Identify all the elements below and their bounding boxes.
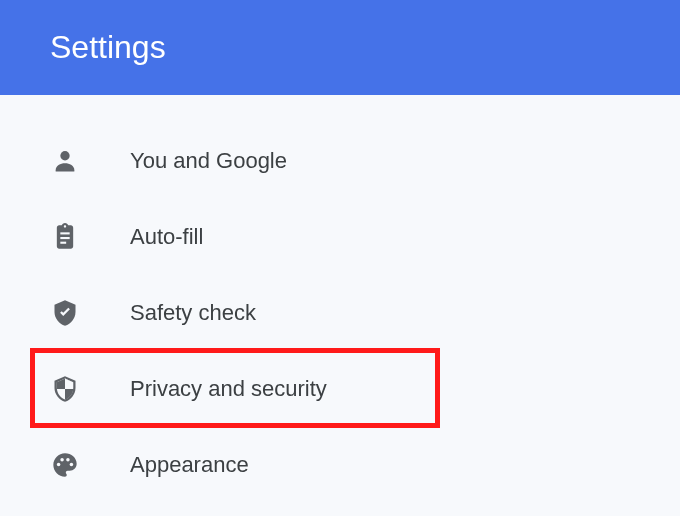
palette-icon [50,450,80,480]
menu-item-label: Auto-fill [130,224,203,250]
menu-item-label: Appearance [130,452,249,478]
menu-item-you-and-google[interactable]: You and Google [0,123,680,199]
svg-point-7 [70,463,74,467]
menu-item-label: Safety check [130,300,256,326]
menu-item-safety-check[interactable]: Safety check [0,275,680,351]
menu-item-appearance[interactable]: Appearance [0,427,680,503]
svg-point-4 [57,463,61,467]
svg-point-6 [66,458,70,462]
menu-item-label: Privacy and security [130,376,327,402]
svg-rect-3 [60,242,66,244]
settings-header: Settings [0,0,680,95]
menu-item-autofill[interactable]: Auto-fill [0,199,680,275]
clipboard-icon [50,222,80,252]
person-icon [50,146,80,176]
shield-check-icon [50,298,80,328]
svg-rect-1 [60,232,69,234]
menu-item-label: You and Google [130,148,287,174]
menu-item-privacy-security[interactable]: Privacy and security [0,351,680,427]
page-title: Settings [50,29,166,66]
svg-point-5 [60,458,64,462]
svg-point-0 [60,151,69,160]
settings-menu: You and Google Auto-fill Safety check [0,95,680,503]
svg-rect-2 [60,237,69,239]
shield-security-icon [50,374,80,404]
